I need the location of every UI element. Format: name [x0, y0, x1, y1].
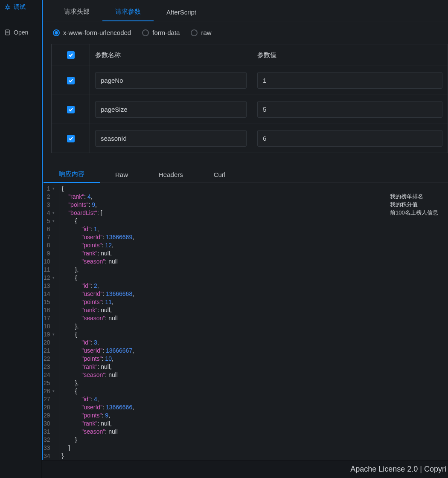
tab-response-headers[interactable]: Headers [143, 167, 198, 183]
sidebar-item-open[interactable]: Open [0, 26, 41, 38]
table-header-row: 参数名称 参数值 [52, 44, 448, 66]
annotation-column: 我的榜单排名我的积分值前100名上榜人信息 [388, 183, 448, 478]
code-body[interactable]: { "rank": 4, "points": 9, "boardList": [… [59, 183, 388, 478]
tab-response-body[interactable]: 响应内容 [44, 166, 100, 183]
table-row [52, 95, 448, 124]
tab-request-headers[interactable]: 请求头部 [51, 3, 102, 21]
table-row [52, 66, 448, 95]
checkbox[interactable] [67, 106, 75, 113]
param-name-input[interactable] [95, 130, 247, 147]
param-value-input[interactable] [257, 101, 442, 118]
footer-bar: Apache License 2.0 | Copyri [42, 460, 448, 478]
param-value-input[interactable] [257, 130, 442, 147]
column-header-name: 参数名称 [90, 44, 252, 66]
param-value-input[interactable] [257, 72, 442, 89]
main-panel: 请求头部 请求参数 AfterScript x-www-form-urlenco… [42, 0, 448, 478]
response-tabs: 响应内容 Raw Headers Curl [43, 164, 448, 183]
column-header-value: 参数值 [252, 44, 448, 66]
sidebar-item-label: Open [14, 29, 28, 36]
tab-request-params[interactable]: 请求参数 [102, 3, 154, 21]
checkbox[interactable] [67, 77, 75, 84]
response-editor[interactable]: 1▾234▾5▾6789101112▾13141516171819▾202122… [43, 183, 448, 478]
line-gutter: 1▾234▾5▾6789101112▾13141516171819▾202122… [43, 183, 59, 478]
body-type-radio-group: x-www-form-urlencoded form-data raw [43, 21, 448, 44]
tab-afterscript[interactable]: AfterScript [154, 3, 209, 21]
radio-label: x-www-form-urlencoded [63, 29, 131, 36]
file-icon [4, 29, 11, 36]
param-name-input[interactable] [95, 72, 247, 89]
footer-text: Apache License 2.0 | Copyri [350, 465, 446, 474]
bug-icon [4, 4, 11, 11]
table-row [52, 124, 448, 153]
checkbox[interactable] [67, 135, 75, 142]
tab-response-curl[interactable]: Curl [198, 167, 241, 183]
svg-line-4 [9, 6, 10, 6]
tab-response-raw[interactable]: Raw [100, 167, 143, 183]
svg-line-6 [9, 8, 10, 9]
radio-raw[interactable]: raw [191, 29, 211, 36]
params-table: 参数名称 参数值 [51, 44, 448, 153]
svg-line-5 [5, 8, 6, 9]
radio-label: form-data [152, 29, 180, 36]
checkbox-all[interactable] [67, 51, 75, 59]
sidebar: 调试 Open [0, 0, 42, 478]
radio-label: raw [201, 29, 211, 36]
radio-formdata[interactable]: form-data [142, 29, 180, 36]
svg-point-0 [6, 6, 9, 9]
radio-urlencoded[interactable]: x-www-form-urlencoded [53, 29, 131, 36]
param-name-input[interactable] [95, 101, 247, 118]
request-tabs: 请求头部 请求参数 AfterScript [43, 0, 448, 21]
sidebar-item-debug[interactable]: 调试 [0, 1, 41, 14]
svg-line-3 [5, 6, 6, 6]
sidebar-item-label: 调试 [14, 3, 26, 11]
